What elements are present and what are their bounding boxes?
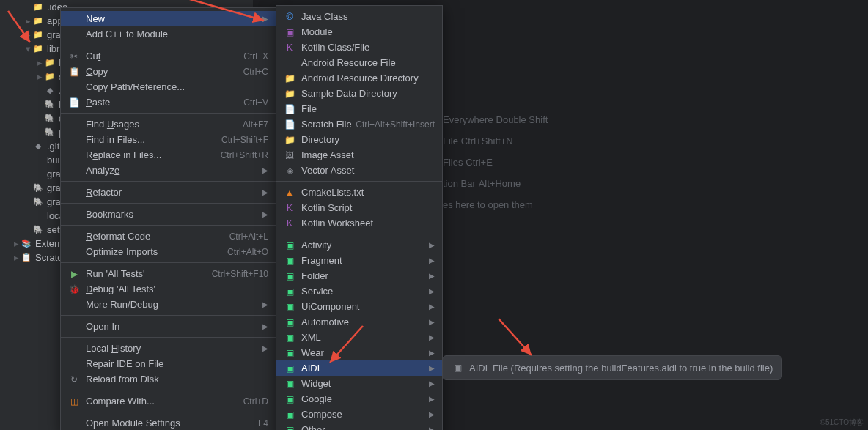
context-menu-item[interactable]: Replace in Files...Ctrl+Shift+R xyxy=(61,147,276,163)
submenu-arrow-icon: ▶ xyxy=(429,333,435,341)
context-menu-item[interactable]: 🐞Debug 'All Tests' xyxy=(61,281,276,297)
new-menu-item[interactable]: ▣Google▶ xyxy=(276,391,442,407)
context-menu-item[interactable]: Find UsagesAlt+F7 xyxy=(61,116,276,132)
new-menu-item[interactable]: 📄Scratch FileCtrl+Alt+Shift+Insert xyxy=(276,116,442,132)
menu-separator xyxy=(276,234,442,234)
new-menu-item[interactable]: 📁Sample Data Directory xyxy=(276,86,442,101)
submenu-arrow-icon: ▶ xyxy=(429,379,435,388)
menu-item-icon: ▣ xyxy=(284,270,295,282)
context-menu-item[interactable]: Refactor▶ xyxy=(61,185,276,200)
context-menu-item[interactable]: ▶Run 'All Tests'Ctrl+Shift+F10 xyxy=(61,266,276,281)
menu-item-icon: 📁 xyxy=(284,73,295,84)
menu-item-icon: ▣ xyxy=(284,240,295,251)
menu-separator xyxy=(61,181,276,182)
context-menu-item[interactable]: Optimize ImportsCtrl+Alt+O xyxy=(61,244,276,259)
menu-item-icon xyxy=(68,119,80,130)
new-menu-item[interactable]: KKotlin Class/File xyxy=(276,40,442,55)
menu-item-label: More Run/Debug xyxy=(86,299,257,310)
new-menu-item[interactable]: KKotlin Worksheet xyxy=(276,215,442,231)
menu-item-label: Replace in Files... xyxy=(86,149,221,160)
new-menu-item[interactable]: ▣AIDL▶ xyxy=(276,360,442,376)
hint-label: Files xyxy=(443,157,463,168)
new-menu-item[interactable]: KKotlin Script xyxy=(276,200,442,215)
context-menu-item[interactable]: Open In▶ xyxy=(61,319,276,334)
menu-item-label: Other xyxy=(301,424,423,430)
watermark: ©51CTO博客 xyxy=(820,418,864,428)
menu-item-label: Folder xyxy=(301,270,423,281)
context-menu-item[interactable]: ↻Reload from Disk xyxy=(61,371,276,387)
new-menu-item[interactable]: ▣Widget▶ xyxy=(276,376,442,391)
context-menu-item[interactable]: New▶ xyxy=(61,11,276,26)
menu-item-label: Activity xyxy=(301,240,423,251)
new-menu-item[interactable]: ▣Wear▶ xyxy=(276,345,442,360)
new-menu-item[interactable]: ▣Automotive▶ xyxy=(276,314,442,330)
new-menu-item[interactable]: 📁Directory xyxy=(276,132,442,147)
context-menu-item[interactable]: 📄PasteCtrl+V xyxy=(61,94,276,110)
menu-shortcut: F4 xyxy=(258,418,268,429)
context-menu-item[interactable]: Repair IDE on File xyxy=(61,356,276,371)
new-menu-item[interactable]: 📄File xyxy=(276,101,442,116)
menu-item-icon: ▣ xyxy=(284,393,295,405)
new-menu-item[interactable]: ▣Other▶ xyxy=(276,422,442,430)
menu-separator xyxy=(61,225,276,226)
context-menu-item[interactable]: Copy Path/Reference... xyxy=(61,79,276,94)
new-menu-item[interactable]: 🖼Image Asset xyxy=(276,147,442,163)
context-menu-new: ©Java Class▣ModuleKKotlin Class/FileAndr… xyxy=(276,5,443,430)
context-menu-item[interactable]: 📋CopyCtrl+C xyxy=(61,64,276,79)
menu-item-label: Repair IDE on File xyxy=(86,358,268,369)
tooltip-text: AIDL File (Requires setting the buildFea… xyxy=(469,363,773,374)
new-menu-item[interactable]: ◈Vector Asset xyxy=(276,163,442,178)
new-menu-item[interactable]: ©Java Class xyxy=(276,9,442,24)
menu-item-label: Reload from Disk xyxy=(86,374,268,385)
menu-separator xyxy=(61,390,276,390)
menu-item-label: Find in Files... xyxy=(86,134,221,145)
menu-separator xyxy=(276,181,442,182)
new-menu-item[interactable]: 📁Android Resource Directory xyxy=(276,70,442,86)
file-icon: ◆ xyxy=(32,141,44,152)
menu-item-label: Wear xyxy=(301,347,423,358)
file-icon: 🐘 xyxy=(32,182,44,194)
menu-shortcut: Alt+F7 xyxy=(243,119,268,130)
context-menu-item[interactable]: Reformat CodeCtrl+Alt+L xyxy=(61,229,276,244)
menu-item-icon xyxy=(68,81,80,93)
context-menu-item[interactable]: Analyze▶ xyxy=(61,163,276,178)
menu-item-icon: ▲ xyxy=(284,187,295,199)
context-menu-item[interactable]: Local History▶ xyxy=(61,341,276,356)
menu-item-icon xyxy=(68,418,80,429)
file-icon: 🐘 xyxy=(32,224,44,236)
tree-arrow-icon: ▾ xyxy=(23,43,32,54)
context-menu-item[interactable]: Find in Files...Ctrl+Shift+F xyxy=(61,132,276,147)
context-menu-item[interactable]: Bookmarks▶ xyxy=(61,207,276,222)
menu-separator xyxy=(61,45,276,45)
menu-separator xyxy=(61,412,276,412)
context-menu-item[interactable]: ◫Compare With...Ctrl+D xyxy=(61,393,276,409)
menu-item-icon: K xyxy=(284,42,295,53)
new-menu-item[interactable]: ▣Service▶ xyxy=(276,283,442,299)
menu-item-icon xyxy=(284,57,295,69)
menu-item-label: UiComponent xyxy=(301,301,423,312)
menu-item-icon: ✂ xyxy=(68,51,80,62)
submenu-arrow-icon: ▶ xyxy=(429,303,435,311)
file-icon: 📁 xyxy=(32,43,44,55)
menu-separator xyxy=(61,203,276,204)
new-menu-item[interactable]: ▣Fragment▶ xyxy=(276,253,442,268)
menu-item-label: Refactor xyxy=(86,187,257,198)
new-menu-item[interactable]: ▲CmakeLists.txt xyxy=(276,185,442,200)
new-menu-item[interactable]: Android Resource File xyxy=(276,55,442,70)
file-icon: 🐘 xyxy=(44,127,56,138)
context-menu-item[interactable]: ✂CutCtrl+X xyxy=(61,48,276,64)
context-menu-item[interactable]: Add C++ to Module xyxy=(61,26,276,42)
menu-item-label: Compose xyxy=(301,409,423,420)
submenu-arrow-icon: ▶ xyxy=(262,166,268,174)
context-menu-item[interactable]: More Run/Debug▶ xyxy=(61,297,276,312)
context-menu-item[interactable]: Open Module SettingsF4 xyxy=(61,415,276,430)
new-menu-item[interactable]: ▣Compose▶ xyxy=(276,407,442,422)
new-menu-item[interactable]: ▣UiComponent▶ xyxy=(276,299,442,314)
menu-shortcut: Ctrl+Alt+L xyxy=(229,231,268,242)
new-menu-item[interactable]: ▣XML▶ xyxy=(276,330,442,345)
editor-hint: Everywhere Double Shift xyxy=(443,114,548,125)
menu-item-icon: ▣ xyxy=(284,286,295,297)
new-menu-item[interactable]: ▣Activity▶ xyxy=(276,237,442,253)
new-menu-item[interactable]: ▣Folder▶ xyxy=(276,268,442,283)
new-menu-item[interactable]: ▣Module xyxy=(276,24,442,40)
